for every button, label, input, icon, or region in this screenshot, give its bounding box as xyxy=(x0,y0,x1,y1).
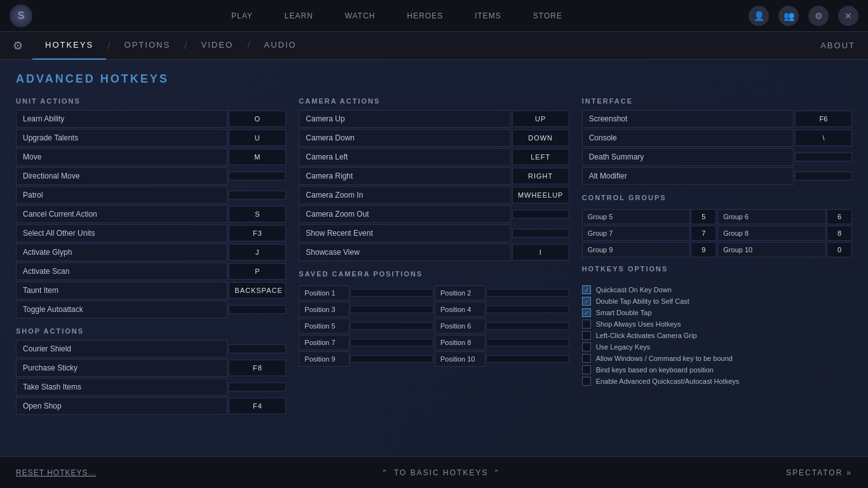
reset-hotkeys-button[interactable]: RESET HOTKEYS... xyxy=(16,468,96,477)
tab-video[interactable]: VIDEO xyxy=(189,32,246,60)
group5-label[interactable]: Group 5 xyxy=(582,209,691,224)
toggle-autoattack-key[interactable] xyxy=(229,305,286,314)
tab-audio[interactable]: AUDIO xyxy=(251,32,309,60)
learn-ability-key[interactable]: O xyxy=(229,111,286,127)
open-shop-label[interactable]: Open Shop xyxy=(16,397,227,415)
take-stash-items-key[interactable] xyxy=(229,383,286,391)
show-recent-event-key[interactable] xyxy=(512,229,569,238)
show-recent-event-label[interactable]: Show Recent Event xyxy=(299,224,510,242)
camera-pos-1-key[interactable] xyxy=(350,289,433,297)
purchase-sticky-key[interactable]: F8 xyxy=(229,360,286,376)
group10-key[interactable]: 0 xyxy=(827,242,852,257)
move-key[interactable]: M xyxy=(229,149,286,165)
group10-label[interactable]: Group 10 xyxy=(717,242,826,257)
group9-key[interactable]: 9 xyxy=(691,242,716,257)
move-label[interactable]: Move xyxy=(16,148,227,166)
double-tap-ability-checkbox[interactable] xyxy=(582,297,591,306)
showcase-view-key[interactable]: I xyxy=(512,244,569,261)
camera-left-key[interactable]: LEFT xyxy=(512,149,569,165)
close-icon[interactable]: ✕ xyxy=(838,6,858,26)
nav-items[interactable]: ITEMS xyxy=(468,8,508,24)
nav-learn[interactable]: LEARN xyxy=(278,8,320,24)
group7-key[interactable]: 7 xyxy=(691,226,716,241)
camera-pos-9-key[interactable] xyxy=(350,355,433,363)
group5-key[interactable]: 5 xyxy=(691,209,716,224)
screenshot-label[interactable]: Screenshot xyxy=(582,110,794,128)
camera-pos-9-label[interactable]: Position 9 xyxy=(299,351,349,367)
camera-left-label[interactable]: Camera Left xyxy=(299,148,510,166)
patrol-label[interactable]: Patrol xyxy=(16,186,227,204)
directional-move-label[interactable]: Directional Move xyxy=(16,167,227,185)
nav-watch[interactable]: WATCH xyxy=(339,8,382,24)
bind-keyboard-position-checkbox[interactable] xyxy=(582,365,591,374)
toggle-autoattack-label[interactable]: Toggle Autoattack xyxy=(16,301,227,318)
taunt-item-key[interactable]: BACKSPACE xyxy=(229,282,286,299)
camera-pos-10-key[interactable] xyxy=(486,355,569,363)
courier-shield-key[interactable] xyxy=(229,344,286,353)
allow-windows-key-checkbox[interactable] xyxy=(582,354,591,363)
profile-icon[interactable]: 👤 xyxy=(749,6,769,26)
upgrade-talents-label[interactable]: Upgrade Talents xyxy=(16,129,227,147)
death-summary-key[interactable] xyxy=(795,152,852,161)
camera-pos-1-label[interactable]: Position 1 xyxy=(299,285,349,301)
camera-up-label[interactable]: Camera Up xyxy=(299,110,510,128)
camera-zoom-in-label[interactable]: Camera Zoom In xyxy=(299,186,510,204)
take-stash-items-label[interactable]: Take Stash Items xyxy=(16,378,227,396)
camera-up-key[interactable]: UP xyxy=(512,111,569,127)
group9-label[interactable]: Group 9 xyxy=(582,242,691,257)
camera-pos-2-label[interactable]: Position 2 xyxy=(435,285,485,301)
camera-pos-4-label[interactable]: Position 4 xyxy=(435,302,485,317)
tab-hotkeys[interactable]: HOTKEYS xyxy=(32,32,106,60)
nav-store[interactable]: STORE xyxy=(527,8,569,24)
camera-pos-6-key[interactable] xyxy=(486,322,569,330)
group7-label[interactable]: Group 7 xyxy=(582,226,691,241)
basic-hotkeys-link[interactable]: ⌃ TO BASIC HOTKEYS ⌃ xyxy=(381,468,501,477)
camera-down-key[interactable]: DOWN xyxy=(512,130,569,146)
camera-down-label[interactable]: Camera Down xyxy=(299,129,510,147)
group8-label[interactable]: Group 8 xyxy=(717,226,826,241)
death-summary-label[interactable]: Death Summary xyxy=(582,148,794,166)
group6-label[interactable]: Group 6 xyxy=(717,209,826,224)
camera-pos-6-label[interactable]: Position 6 xyxy=(435,318,485,334)
activate-glyph-key[interactable]: J xyxy=(229,244,286,261)
camera-pos-5-key[interactable] xyxy=(350,322,433,330)
screenshot-key[interactable]: F6 xyxy=(795,111,852,127)
camera-pos-3-label[interactable]: Position 3 xyxy=(299,302,349,317)
left-click-camera-grip-checkbox[interactable] xyxy=(582,331,591,340)
quickcast-key-down-checkbox[interactable] xyxy=(582,285,591,294)
taunt-item-label[interactable]: Taunt Item xyxy=(16,281,227,299)
purchase-sticky-label[interactable]: Purchase Sticky xyxy=(16,359,227,377)
camera-zoom-out-label[interactable]: Camera Zoom Out xyxy=(299,205,510,223)
camera-right-key[interactable]: RIGHT xyxy=(512,168,569,184)
friends-icon[interactable]: 👥 xyxy=(778,6,799,26)
camera-right-label[interactable]: Camera Right xyxy=(299,167,510,185)
shop-always-hotkeys-checkbox[interactable] xyxy=(582,320,591,329)
nav-play[interactable]: PLAY xyxy=(225,8,259,24)
learn-ability-label[interactable]: Learn Ability xyxy=(16,110,227,128)
camera-pos-8-label[interactable]: Position 8 xyxy=(435,335,485,350)
directional-move-key[interactable] xyxy=(229,172,286,180)
camera-pos-7-key[interactable] xyxy=(350,339,433,346)
settings-icon[interactable]: ⚙ xyxy=(808,6,829,26)
camera-zoom-in-key[interactable]: MWHEELUP xyxy=(512,187,569,203)
alt-modifier-label[interactable]: Alt Modifier xyxy=(582,167,794,185)
upgrade-talents-key[interactable]: U xyxy=(229,130,286,146)
app-logo[interactable]: S xyxy=(10,4,32,27)
group8-key[interactable]: 8 xyxy=(827,226,852,241)
alt-modifier-key[interactable] xyxy=(795,172,852,180)
console-label[interactable]: Console xyxy=(582,129,794,147)
select-all-other-units-key[interactable]: F3 xyxy=(229,225,286,241)
courier-shield-label[interactable]: Courier Shield xyxy=(16,340,227,358)
cancel-current-action-key[interactable]: S xyxy=(229,206,286,222)
camera-pos-7-label[interactable]: Position 7 xyxy=(299,335,349,350)
cancel-current-action-label[interactable]: Cancel Current Action xyxy=(16,205,227,223)
spectator-link[interactable]: SPECTATOR » xyxy=(786,468,852,477)
activate-glyph-label[interactable]: Activate Glyph xyxy=(16,243,227,261)
showcase-view-label[interactable]: Showcase View xyxy=(299,243,510,261)
group6-key[interactable]: 6 xyxy=(827,209,852,224)
activate-scan-label[interactable]: Activate Scan xyxy=(16,262,227,280)
use-legacy-keys-checkbox[interactable] xyxy=(582,342,591,351)
camera-pos-8-key[interactable] xyxy=(486,339,569,346)
enable-advanced-quickcast-checkbox[interactable] xyxy=(582,377,591,386)
nav-heroes[interactable]: HEROES xyxy=(400,8,449,24)
